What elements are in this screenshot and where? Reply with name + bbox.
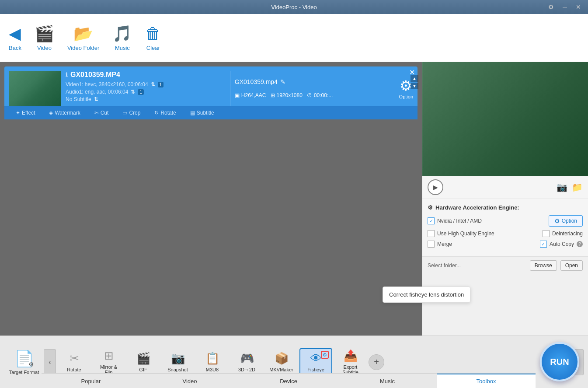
fisheye-tool-label: Fisheye xyxy=(307,367,324,372)
nvidia-row: ✓ Nvidia / Intel / AMD ⚙ Option xyxy=(428,215,583,227)
snapshot-button[interactable]: 📷 xyxy=(557,182,567,192)
nvidia-checkbox[interactable]: ✓ xyxy=(428,217,435,224)
duration-label: 00:00:... xyxy=(314,92,333,98)
tab-cut[interactable]: ✂ Cut xyxy=(87,106,116,119)
clear-button[interactable]: 🗑 Clear xyxy=(145,24,161,51)
video-folder-button[interactable]: 📂 Video Folder xyxy=(67,24,99,51)
settings-icon[interactable]: ⚙ xyxy=(546,3,557,11)
resolution-item: ⊞ 1920x1080 xyxy=(271,92,303,98)
tool-snapshot[interactable]: 📷 Snapshot xyxy=(161,349,194,375)
mkv-tool-icon: 📦 xyxy=(275,352,289,365)
titlebar: VideoProc - Video ⚙ ─ ✕ xyxy=(0,0,588,14)
output-section: GX010359.mp4 ✎ ▣ H264,AAC ⊞ 1920x1080 xyxy=(230,71,390,106)
tab-effect[interactable]: ✦ Effect xyxy=(9,106,42,119)
quality-checkbox[interactable] xyxy=(428,230,435,237)
scroll-down-button[interactable]: ▼ xyxy=(411,83,418,89)
option-gear-icon: ⚙ xyxy=(554,217,560,224)
add-tool-button[interactable]: + xyxy=(369,354,384,370)
help-icon[interactable]: ? xyxy=(577,241,583,247)
close-button[interactable]: ✕ xyxy=(573,3,584,11)
option-btn-label: Option xyxy=(562,218,577,224)
subtitle-meta-row: No Subtitle ⇅ xyxy=(66,96,221,102)
tool-rotate[interactable]: ✂ Rotate xyxy=(58,349,90,375)
tool-gif[interactable]: 🎬 GIF xyxy=(127,349,160,375)
output-filename: GX010359.mp4 xyxy=(235,78,278,85)
tab-rotate[interactable]: ↻ Rotate xyxy=(147,106,183,119)
tool-m3u8[interactable]: 📋 M3U8 xyxy=(196,349,229,375)
output-filename-row: GX010359.mp4 ✎ xyxy=(235,78,390,85)
audio-meta-row: Audio1: eng, aac, 00:06:04 ⇅ 1 xyxy=(66,89,221,95)
audio-meta-label: Audio1: eng, aac, 00:06:04 xyxy=(66,89,128,95)
toolbar: ◀ Back 🎬 Video 📂 Video Folder 🎵 Music 🗑 … xyxy=(0,14,588,62)
merge-checkbox[interactable] xyxy=(428,241,435,248)
minimize-button[interactable]: ─ xyxy=(560,3,570,11)
resolution-icon: ⊞ xyxy=(271,92,275,98)
music-button[interactable]: 🎵 Music xyxy=(112,24,132,51)
autocopy-checkbox-row: ✓ Auto Copy ? xyxy=(540,241,583,248)
target-format-button[interactable]: 📄 ⚙ Target Format xyxy=(4,350,44,375)
tab-device[interactable]: Device xyxy=(239,374,338,388)
tab-music[interactable]: Music xyxy=(338,374,437,388)
back-icon: ◀ xyxy=(9,24,21,43)
open-folder-button[interactable]: 📁 xyxy=(572,182,583,192)
watermark-icon: ◈ xyxy=(49,110,53,116)
tooltip-text: Correct fisheye lens distortion xyxy=(389,291,464,298)
m3u8-tool-label: M3U8 xyxy=(206,367,219,372)
tab-popular[interactable]: Popular xyxy=(42,374,140,388)
run-button[interactable]: RUN xyxy=(540,342,579,381)
tab-watermark[interactable]: ◈ Watermark xyxy=(42,106,87,119)
scroll-up-button[interactable]: ▲ xyxy=(411,75,418,82)
tab-toolbox[interactable]: Toolbox xyxy=(437,374,536,388)
tab-crop[interactable]: ▭ Crop xyxy=(115,106,147,119)
subtitle-arrows: ⇅ xyxy=(94,96,98,102)
category-tabs-bar: Popular Video Device Music Toolbox xyxy=(42,373,536,388)
tool-fisheye[interactable]: 👁 ⚙ Fisheye xyxy=(299,348,332,376)
autocopy-checkbox[interactable]: ✓ xyxy=(540,241,547,248)
fisheye-tooltip: Correct fisheye lens distortion xyxy=(383,287,470,303)
merge-label: Merge xyxy=(437,241,452,247)
subtitle-icon: ▤ xyxy=(190,110,195,116)
gif-tool-label: GIF xyxy=(139,367,147,372)
play-icon: ▶ xyxy=(433,184,438,191)
edit-icon[interactable]: ✎ xyxy=(280,78,285,85)
clear-icon: 🗑 xyxy=(145,24,161,43)
m3u8-tool-icon: 📋 xyxy=(205,352,219,365)
option-label: Option xyxy=(399,94,413,99)
browse-button[interactable]: Browse xyxy=(530,260,557,271)
play-button[interactable]: ▶ xyxy=(428,179,443,195)
video-badge: 1 xyxy=(158,82,164,87)
tab-video[interactable]: Video xyxy=(140,374,239,388)
3d2d-tool-icon: 🎮 xyxy=(240,352,254,365)
back-label: Back xyxy=(9,45,21,51)
duration-item: ⏱ 00:00:... xyxy=(307,92,333,98)
video-button[interactable]: 🎬 Video xyxy=(35,24,54,51)
crop-label: Crop xyxy=(129,110,140,116)
up-icon: ⇅ xyxy=(151,81,155,87)
3d2d-tool-label: 3D→2D xyxy=(238,367,255,372)
video-meta-label: Video1: hevc, 3840x2160, 00:06:04 xyxy=(66,81,148,87)
option-button[interactable]: ⚙ Option xyxy=(549,215,583,227)
rotate-label: Rotate xyxy=(160,110,176,116)
folder-path-label: Select folder... xyxy=(428,262,526,269)
video-preview xyxy=(422,62,588,176)
codec-label: H264,AAC xyxy=(241,92,266,98)
open-button[interactable]: Open xyxy=(560,260,583,271)
back-button[interactable]: ◀ Back xyxy=(9,24,21,51)
file-card-inner: ℹ GX010359.MP4 Video1: hevc, 3840x2160, … xyxy=(9,71,413,106)
video-meta-row: Video1: hevc, 3840x2160, 00:06:04 ⇅ 1 xyxy=(66,81,221,87)
tool-3d-2d[interactable]: 🎮 3D→2D xyxy=(230,349,263,375)
snapshot-tool-label: Snapshot xyxy=(167,367,188,372)
prev-tool-button[interactable]: ‹ xyxy=(44,349,56,375)
effect-icon: ✦ xyxy=(16,110,20,116)
fisheye-tool-icon: 👁 xyxy=(310,352,322,365)
deinterlacing-checkbox[interactable] xyxy=(543,230,550,237)
quality-checkbox-row: Use High Quality Engine xyxy=(428,230,494,237)
titlebar-controls: ⚙ ─ ✕ xyxy=(546,3,584,11)
duration-icon: ⏱ xyxy=(307,92,312,98)
video-icon: 🎬 xyxy=(35,24,54,43)
tool-mkvmaker[interactable]: 📦 MKVMaker xyxy=(265,349,298,375)
preview-controls: ▶ 📷 📁 xyxy=(422,176,588,199)
tab-subtitle[interactable]: ▤ Subtitle xyxy=(183,106,221,119)
target-format-gear: ⚙ xyxy=(28,361,34,368)
preview-image xyxy=(422,62,588,176)
